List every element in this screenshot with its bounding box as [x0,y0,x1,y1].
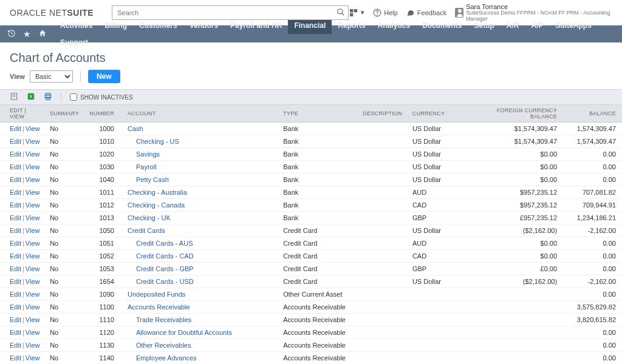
col-summary[interactable]: SUMMARY [45,105,84,123]
global-search[interactable] [112,5,349,20]
account-link[interactable]: Cash [128,125,143,132]
account-link[interactable]: Checking - Canada [128,201,185,209]
export-excel-icon[interactable]: X [27,92,35,103]
account-link[interactable]: Petty Cash [128,175,169,184]
table-row: Edit|ViewNo1053Credit Cards - GBPCredit … [0,263,622,275]
help-link[interactable]: Help [373,8,398,17]
edit-link[interactable]: Edit [10,150,21,158]
col-balance[interactable]: BALANCE [562,105,622,123]
edit-link[interactable]: Edit [10,316,21,323]
account-link[interactable]: Allowance for Doubtful Accounts [128,328,232,337]
view-link[interactable]: View [26,265,40,272]
view-link[interactable]: View [26,316,40,323]
new-button[interactable]: New [88,70,120,83]
nav-documents[interactable]: Documents [416,17,468,34]
col-currency[interactable]: CURRENCY [408,105,466,123]
edit-link[interactable]: Edit [10,342,21,349]
edit-link[interactable]: Edit [10,201,21,209]
edit-link[interactable]: Edit [10,252,21,260]
edit-link[interactable]: Edit [10,214,21,221]
feedback-link[interactable]: Feedback [406,8,446,17]
account-link[interactable]: Accounts Receivable [128,303,190,311]
history-icon[interactable] [7,29,16,39]
view-link[interactable]: View [26,189,40,196]
cell-currency: CAD [408,199,466,212]
view-link[interactable]: View [26,227,40,234]
cell-fcb: $1,574,309.47 [466,135,562,148]
edit-link[interactable]: Edit [10,291,21,298]
col-actions[interactable]: EDIT | VIEW [0,105,45,123]
view-link[interactable]: View [26,150,40,158]
page-title: Chart of Accounts [10,51,612,65]
nav-setup[interactable]: Setup [468,17,501,34]
account-link[interactable]: Credit Cards - GBP [128,264,194,274]
account-link[interactable]: Trade Receivables [128,315,191,325]
cell-summary: No [45,212,84,224]
view-link[interactable]: View [26,291,40,298]
view-link[interactable]: View [26,176,40,183]
view-link[interactable]: View [26,214,40,221]
view-select[interactable]: Basic [30,70,73,83]
account-link[interactable]: Savings [128,149,160,159]
nav-activities[interactable]: Activities [54,17,98,34]
edit-link[interactable]: Edit [10,189,21,196]
edit-link[interactable]: Edit [10,227,21,234]
view-link[interactable]: View [26,138,40,145]
view-link[interactable]: View [26,342,40,349]
view-link[interactable]: View [26,252,40,260]
cell-number: 1000 [84,123,119,135]
view-link[interactable]: View [26,240,40,247]
edit-link[interactable]: Edit [10,329,21,336]
edit-link[interactable]: Edit [10,278,21,285]
edit-link[interactable]: Edit [10,176,21,183]
view-link[interactable]: View [26,329,40,336]
view-link[interactable]: View [26,163,40,170]
table-row: Edit|ViewNo1052Credit Cards - CADCredit … [0,250,622,263]
account-link[interactable]: Other Receivables [128,340,191,350]
account-link[interactable]: Checking - Australia [128,189,187,196]
nav-suiteapps[interactable]: SuiteApps [550,17,598,34]
col-type[interactable]: TYPE [278,105,358,123]
view-link[interactable]: View [26,354,40,362]
account-link[interactable]: Undeposited Funds [128,291,185,298]
nav-support[interactable]: Support [54,34,94,51]
account-link[interactable]: Checking - UK [128,214,171,221]
edit-link[interactable]: Edit [10,354,21,362]
show-inactives-toggle[interactable]: SHOW INACTIVES [70,93,133,101]
cell-description [358,237,408,250]
nav-analytics[interactable]: Analytics [372,17,416,34]
show-inactives-checkbox[interactable] [70,93,77,101]
cell-fcb [466,288,562,301]
search-icon[interactable] [337,8,345,18]
account-link[interactable]: Credit Cards [128,227,165,234]
account-link[interactable]: Credit Cards - USD [128,277,194,286]
edit-link[interactable]: Edit [10,303,21,311]
home-icon[interactable] [38,29,47,39]
edit-link[interactable]: Edit [10,240,21,247]
account-link[interactable]: Checking - US [128,136,179,146]
role-switcher-icon[interactable]: ▾ [349,8,364,18]
edit-link[interactable]: Edit [10,265,21,272]
view-link[interactable]: View [26,278,40,285]
account-link[interactable]: Employee Advances [128,353,197,363]
view-link[interactable]: View [26,303,40,311]
account-link[interactable]: Payroll [128,162,157,172]
view-link[interactable]: View [26,201,40,209]
edit-link[interactable]: Edit [10,138,21,145]
edit-link[interactable]: Edit [10,163,21,170]
print-icon[interactable] [44,92,52,103]
export-csv-icon[interactable] [10,92,18,103]
col-number[interactable]: NUMBER [84,105,119,123]
nav-a-p[interactable]: A/P [525,17,550,34]
account-link[interactable]: Credit Cards - AUS [128,238,193,248]
col-description[interactable]: DESCRIPTION [358,105,408,123]
col-account[interactable]: ACCOUNT [119,105,278,123]
search-input[interactable] [112,5,349,20]
view-link[interactable]: View [26,125,40,132]
col-fcb[interactable]: FOREIGN CURRENCY BALANCE [466,105,562,123]
star-icon[interactable]: ★ [23,29,31,39]
nav-a-r[interactable]: A/R [501,17,525,34]
account-link[interactable]: Credit Cards - CAD [128,251,194,261]
edit-link[interactable]: Edit [10,125,21,132]
cell-description [358,199,408,212]
